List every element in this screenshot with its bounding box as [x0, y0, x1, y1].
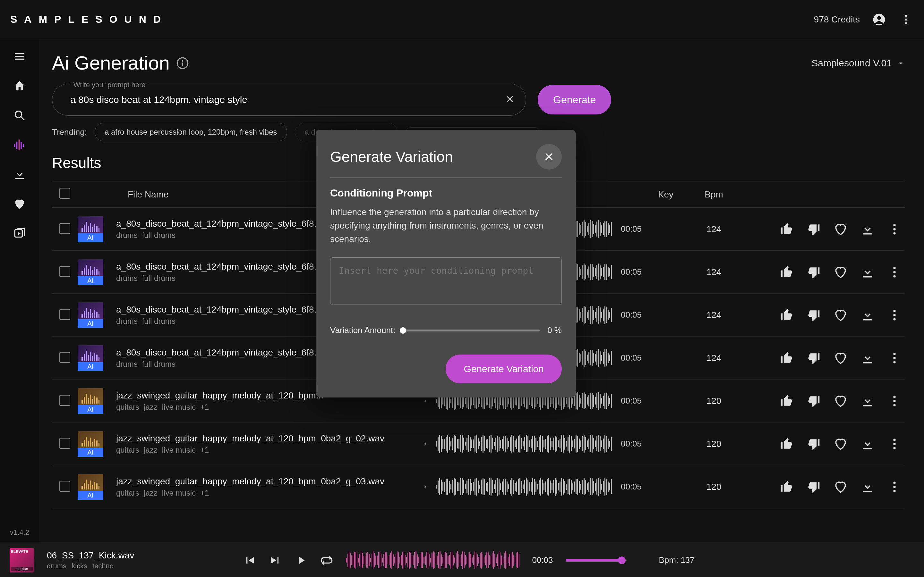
tag[interactable]: guitars — [116, 488, 139, 498]
row-checkbox[interactable] — [59, 438, 70, 449]
row-waveform[interactable] — [436, 478, 612, 496]
row-checkbox[interactable] — [59, 352, 70, 363]
tag[interactable]: full drums — [142, 231, 176, 240]
thumbs-up-icon[interactable] — [780, 437, 794, 451]
tag[interactable]: +1 — [200, 446, 209, 455]
prev-icon[interactable] — [243, 554, 256, 567]
thumbs-up-icon[interactable] — [780, 394, 794, 408]
more-icon[interactable] — [887, 222, 901, 236]
tag[interactable]: full drums — [142, 317, 176, 326]
prompt-input-wrap[interactable]: Write your prompt here — [52, 84, 526, 116]
thumbs-down-icon[interactable] — [806, 265, 821, 279]
tag[interactable]: jazz — [144, 446, 158, 455]
player-tag[interactable]: drums — [47, 562, 66, 570]
row-checkbox[interactable] — [59, 266, 70, 277]
download-icon[interactable] — [12, 167, 27, 182]
heart-icon[interactable] — [834, 394, 848, 408]
tag[interactable]: live music — [162, 446, 196, 455]
row-checkbox[interactable] — [59, 309, 70, 320]
download-icon[interactable] — [861, 351, 875, 365]
thumbs-up-icon[interactable] — [780, 308, 794, 322]
tag[interactable]: drums — [116, 274, 137, 283]
tag[interactable]: drums — [116, 359, 137, 369]
row-play-icon[interactable] — [423, 438, 427, 450]
download-icon[interactable] — [861, 437, 875, 451]
thumbs-down-icon[interactable] — [806, 351, 821, 365]
tag[interactable]: drums — [116, 231, 137, 240]
heart-icon[interactable] — [834, 308, 848, 322]
select-all-checkbox[interactable] — [59, 188, 70, 199]
player-tag[interactable]: kicks — [71, 562, 87, 570]
more-icon[interactable] — [887, 308, 901, 322]
tag[interactable]: full drums — [142, 359, 176, 369]
tag[interactable]: guitars — [116, 403, 139, 412]
generate-button[interactable]: Generate — [538, 85, 611, 114]
thumbs-down-icon[interactable] — [806, 222, 821, 236]
next-icon[interactable] — [269, 554, 282, 567]
row-checkbox[interactable] — [59, 481, 70, 492]
trending-chip[interactable]: a afro house percussion loop, 120bpm, fr… — [95, 123, 287, 141]
model-select[interactable]: Samplesound V.01 — [811, 58, 905, 69]
heart-icon[interactable] — [834, 265, 848, 279]
generate-variation-button[interactable]: Generate Variation — [446, 355, 562, 384]
download-icon[interactable] — [861, 222, 875, 236]
thumbs-up-icon[interactable] — [780, 265, 794, 279]
more-icon[interactable] — [887, 480, 901, 494]
more-icon[interactable] — [887, 265, 901, 279]
tag[interactable]: drums — [116, 317, 137, 326]
tag[interactable]: live music — [162, 403, 196, 412]
tag[interactable]: +1 — [200, 403, 209, 412]
more-icon[interactable] — [887, 437, 901, 451]
conditioning-input[interactable] — [330, 258, 562, 305]
row-waveform[interactable] — [436, 435, 612, 453]
thumbs-up-icon[interactable] — [780, 351, 794, 365]
heart-icon[interactable] — [834, 480, 848, 494]
favorites-icon[interactable] — [12, 196, 27, 211]
thumbs-down-icon[interactable] — [806, 308, 821, 322]
tag[interactable]: jazz — [144, 403, 158, 412]
menu-icon[interactable] — [12, 49, 27, 64]
row-thumbnail[interactable]: AI — [78, 302, 103, 328]
more-icon[interactable] — [887, 394, 901, 408]
heart-icon[interactable] — [834, 351, 848, 365]
close-icon[interactable] — [536, 144, 562, 169]
loop-icon[interactable] — [320, 554, 333, 567]
thumbs-up-icon[interactable] — [780, 480, 794, 494]
row-thumbnail[interactable]: AI — [78, 474, 103, 500]
more-icon[interactable] — [898, 12, 914, 27]
row-checkbox[interactable] — [59, 223, 70, 234]
heart-icon[interactable] — [834, 222, 848, 236]
download-icon[interactable] — [861, 480, 875, 494]
account-icon[interactable] — [871, 12, 887, 27]
download-icon[interactable] — [861, 265, 875, 279]
player-thumbnail[interactable]: ELEVATE Human — [10, 548, 34, 572]
search-icon[interactable] — [12, 108, 27, 123]
heart-icon[interactable] — [834, 437, 848, 451]
player-waveform[interactable] — [346, 553, 519, 568]
thumbs-down-icon[interactable] — [806, 437, 821, 451]
download-icon[interactable] — [861, 394, 875, 408]
play-icon[interactable] — [294, 554, 307, 567]
volume-slider[interactable] — [565, 559, 627, 562]
home-icon[interactable] — [12, 78, 27, 93]
player-tag[interactable]: techno — [92, 562, 113, 570]
ai-generation-icon[interactable] — [12, 137, 27, 153]
tag[interactable]: +1 — [200, 488, 209, 498]
tag[interactable]: guitars — [116, 446, 139, 455]
thumbs-down-icon[interactable] — [806, 480, 821, 494]
more-icon[interactable] — [887, 351, 901, 365]
row-thumbnail[interactable]: AI — [78, 345, 103, 371]
library-icon[interactable] — [12, 226, 27, 241]
thumbs-up-icon[interactable] — [780, 222, 794, 236]
row-thumbnail[interactable]: AI — [78, 259, 103, 285]
clear-icon[interactable] — [504, 93, 515, 106]
variation-slider[interactable] — [403, 330, 540, 332]
row-play-icon[interactable] — [423, 481, 427, 493]
tag[interactable]: full drums — [142, 274, 176, 283]
tag[interactable]: jazz — [144, 488, 158, 498]
tag[interactable]: live music — [162, 488, 196, 498]
row-thumbnail[interactable]: AI — [78, 431, 103, 457]
info-icon[interactable] — [176, 57, 189, 69]
row-checkbox[interactable] — [59, 395, 70, 406]
row-thumbnail[interactable]: AI — [78, 388, 103, 414]
